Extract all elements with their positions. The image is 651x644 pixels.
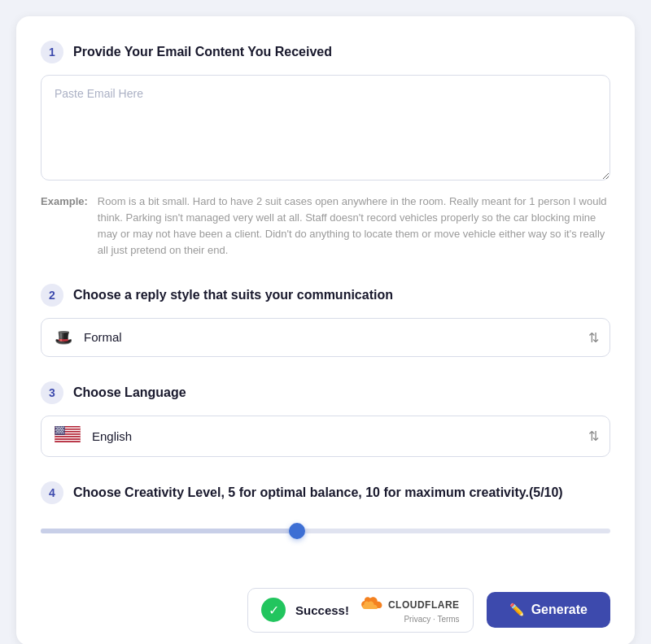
svg-point-20 (59, 428, 60, 429)
svg-rect-7 (55, 434, 80, 436)
step-4-header: 4 Choose Creativity Level, 5 for optimal… (41, 481, 610, 504)
svg-rect-11 (55, 439, 80, 441)
step-3-header: 3 Choose Language (41, 381, 610, 404)
generate-button[interactable]: ✏️ Generate (487, 592, 610, 628)
svg-rect-9 (55, 437, 80, 438)
creativity-slider-container (41, 516, 610, 540)
svg-point-18 (63, 426, 64, 428)
step-4: 4 Choose Creativity Level, 5 for optimal… (41, 481, 610, 540)
svg-point-36 (63, 432, 64, 433)
privacy-link[interactable]: Privacy (404, 615, 430, 624)
success-text: Success! (295, 603, 349, 617)
step-1-header: 1 Provide Your Email Content You Receive… (41, 41, 610, 63)
step-4-title: Choose Creativity Level, 5 for optimal b… (73, 485, 563, 500)
svg-point-34 (59, 432, 61, 433)
step-4-number: 4 (41, 481, 63, 504)
language-select[interactable]: English (41, 416, 610, 457)
step-3-number: 3 (41, 381, 63, 404)
svg-point-28 (56, 430, 58, 432)
svg-point-26 (61, 429, 63, 431)
svg-point-30 (60, 430, 62, 432)
cloudflare-widget: ✓ Success! CLOUDFLARE Privacy · Terms (247, 588, 474, 633)
cloudflare-brand-name: CLOUDFLARE (388, 599, 460, 611)
step-1-title: Provide Your Email Content You Received (73, 45, 332, 59)
language-wrapper: English ⇅ (41, 416, 610, 457)
example-box: Example: Room is a bit small. Hard to ha… (41, 194, 610, 259)
step-1: 1 Provide Your Email Content You Receive… (41, 41, 610, 259)
language-value: English (92, 429, 132, 443)
slider-track (41, 529, 610, 533)
cloudflare-cloud-icon (359, 597, 385, 613)
example-label: Example: (41, 194, 88, 207)
us-flag-svg (55, 426, 81, 442)
svg-point-17 (61, 426, 63, 428)
terms-link[interactable]: Terms (437, 615, 459, 624)
reply-style-value: Formal (84, 330, 122, 344)
cloudflare-logo: CLOUDFLARE (359, 597, 460, 613)
svg-point-29 (59, 430, 60, 432)
step-1-number: 1 (41, 41, 63, 63)
cloudflare-links: Privacy · Terms (404, 615, 459, 624)
svg-point-31 (62, 430, 63, 432)
edit-icon: ✏️ (509, 603, 525, 617)
reply-style-select[interactable]: 🎩 Formal (41, 318, 610, 357)
svg-point-19 (56, 428, 58, 429)
step-2: 2 Choose a reply style that suits your c… (41, 284, 610, 357)
bottom-bar: ✓ Success! CLOUDFLARE Privacy · Terms (16, 575, 635, 644)
svg-point-32 (55, 432, 57, 433)
success-icon: ✓ (261, 598, 286, 622)
svg-point-24 (58, 429, 59, 431)
step-2-title: Choose a reply style that suits your com… (73, 288, 393, 302)
flag-icon (55, 426, 81, 446)
example-text: Room is a bit small. Hard to have 2 suit… (98, 194, 610, 259)
reply-style-wrapper: 🎩 Formal ⇅ (41, 318, 610, 357)
svg-rect-8 (55, 436, 80, 437)
svg-point-14 (55, 426, 57, 428)
generate-button-label: Generate (531, 603, 588, 617)
cloudflare-logo-area: CLOUDFLARE Privacy · Terms (359, 597, 460, 624)
svg-point-15 (58, 426, 59, 428)
step-2-number: 2 (41, 284, 63, 307)
step-3-title: Choose Language (73, 385, 186, 400)
svg-point-33 (58, 432, 59, 433)
email-textarea[interactable] (41, 75, 610, 181)
svg-point-35 (61, 432, 63, 433)
svg-point-22 (62, 428, 63, 429)
step-2-header: 2 Choose a reply style that suits your c… (41, 284, 610, 307)
svg-rect-10 (55, 438, 80, 440)
svg-point-27 (63, 429, 64, 431)
svg-point-23 (55, 429, 57, 431)
svg-point-16 (59, 426, 61, 428)
svg-point-25 (59, 429, 61, 431)
step-3: 3 Choose Language (41, 381, 610, 457)
main-container: 1 Provide Your Email Content You Receive… (16, 16, 635, 644)
formal-icon: 🎩 (55, 329, 72, 346)
svg-point-21 (60, 428, 62, 429)
svg-rect-12 (55, 441, 80, 442)
